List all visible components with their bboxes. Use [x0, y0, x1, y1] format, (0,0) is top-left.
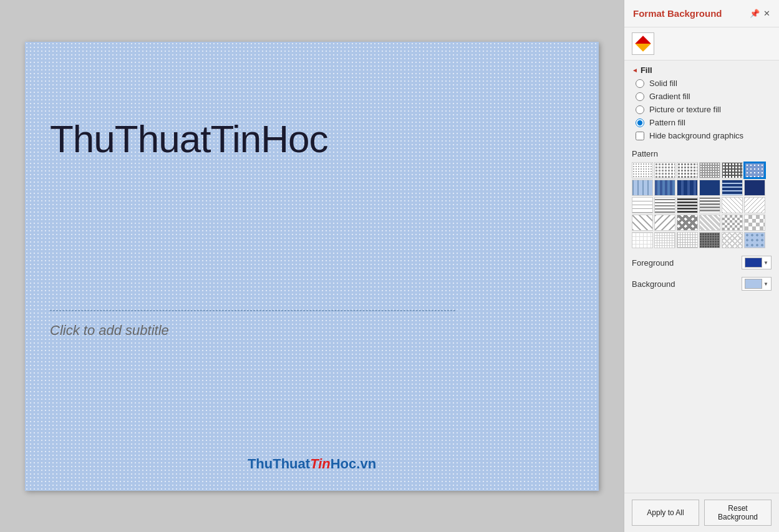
panel-content: ◄ Fill Solid fill Gradient fill Picture … — [624, 60, 779, 493]
slide-title[interactable]: ThuThuatTinHoc — [50, 117, 574, 161]
panel-toolbar — [624, 27, 779, 60]
pattern-cell-8[interactable] — [654, 180, 675, 196]
pattern-cell-14[interactable] — [654, 197, 675, 213]
solid-fill-radio[interactable] — [636, 79, 644, 88]
watermark-part4: Hoc — [331, 456, 357, 472]
slide-area: ThuThuatTinHoc Click to add subtitle Thu… — [0, 0, 624, 532]
watermark: ThuThuatTinHoc.vn — [248, 456, 376, 472]
hide-background-label: Hide background graphics — [649, 131, 743, 140]
slide[interactable]: ThuThuatTinHoc Click to add subtitle Thu… — [25, 42, 599, 491]
picture-texture-fill-radio[interactable] — [636, 105, 644, 114]
panel-title: Format Background — [633, 8, 722, 19]
close-icon[interactable]: ✕ — [763, 9, 770, 18]
background-color-picker[interactable]: ▼ — [742, 277, 772, 291]
pattern-cell-10[interactable] — [699, 180, 720, 196]
pattern-cell-21[interactable] — [677, 215, 698, 231]
pattern-cell-13[interactable] — [632, 197, 653, 213]
pattern-fill-option[interactable]: Pattern fill — [636, 118, 772, 127]
foreground-row: Foreground ▼ — [624, 251, 779, 272]
pattern-grid — [632, 162, 772, 248]
gradient-fill-label: Gradient fill — [649, 92, 690, 101]
pattern-fill-label: Pattern fill — [649, 118, 685, 127]
background-label: Background — [632, 279, 675, 289]
pattern-cell-1[interactable] — [632, 162, 653, 178]
pattern-cell-17[interactable] — [722, 197, 743, 213]
pattern-cell-25[interactable] — [632, 232, 653, 248]
watermark-part2: Thuat — [273, 456, 310, 472]
pattern-cell-30[interactable] — [744, 232, 765, 248]
pattern-cell-26[interactable] — [654, 232, 675, 248]
reset-background-button[interactable]: Reset Background — [704, 500, 772, 526]
subtitle-box — [50, 310, 455, 311]
pattern-cell-23[interactable] — [722, 215, 743, 231]
pattern-fill-radio[interactable] — [636, 118, 644, 127]
pattern-cell-9[interactable] — [677, 180, 698, 196]
pattern-cell-29[interactable] — [722, 232, 743, 248]
pattern-cell-20[interactable] — [654, 215, 675, 231]
watermark-part5: .vn — [356, 456, 376, 472]
pattern-cell-16[interactable] — [699, 197, 720, 213]
fill-icon-button[interactable] — [632, 32, 654, 55]
pattern-cell-27[interactable] — [677, 232, 698, 248]
pattern-cell-22[interactable] — [699, 215, 720, 231]
foreground-color-picker[interactable]: ▼ — [742, 256, 772, 269]
pattern-cell-19[interactable] — [632, 215, 653, 231]
background-color-swatch — [745, 279, 762, 289]
background-dropdown-arrow-icon: ▼ — [763, 281, 768, 287]
pattern-cell-28[interactable] — [699, 232, 720, 248]
picture-texture-fill-label: Picture or texture fill — [649, 105, 721, 114]
panel-footer: Apply to All Reset Background — [624, 493, 779, 532]
pattern-section: Pattern — [624, 143, 779, 251]
solid-fill-label: Solid fill — [649, 79, 677, 88]
pattern-cell-18[interactable] — [744, 197, 765, 213]
pattern-cell-2[interactable] — [654, 162, 675, 178]
format-background-panel: Format Background 📌 ✕ ◄ Fill Solid fill … — [624, 0, 779, 532]
hide-background-checkbox[interactable] — [636, 132, 644, 140]
panel-header-icons: 📌 ✕ — [750, 9, 770, 18]
gradient-fill-radio[interactable] — [636, 92, 644, 101]
subtitle-placeholder[interactable]: Click to add subtitle — [50, 322, 169, 339]
pattern-cell-15[interactable] — [677, 197, 698, 213]
fill-section-header: ◄ Fill — [624, 60, 779, 77]
solid-fill-option[interactable]: Solid fill — [636, 79, 772, 88]
pin-icon[interactable]: 📌 — [750, 9, 760, 18]
watermark-part1: Thu — [248, 456, 273, 472]
picture-texture-fill-option[interactable]: Picture or texture fill — [636, 105, 772, 114]
background-color-row: Background ▼ — [624, 272, 779, 293]
foreground-dropdown-arrow-icon: ▼ — [763, 260, 768, 266]
fill-radio-group: Solid fill Gradient fill Picture or text… — [624, 77, 779, 128]
pattern-cell-11[interactable] — [722, 180, 743, 196]
pattern-cell-24[interactable] — [744, 215, 765, 231]
pattern-label: Pattern — [632, 149, 772, 158]
section-triangle-icon: ◄ — [632, 67, 638, 74]
fill-diamond-icon — [635, 36, 651, 51]
pattern-cell-5[interactable] — [722, 162, 743, 178]
pattern-cell-7[interactable] — [632, 180, 653, 196]
apply-to-all-button[interactable]: Apply to All — [632, 500, 699, 526]
watermark-part3: Tin — [310, 456, 331, 472]
panel-header: Format Background 📌 ✕ — [624, 0, 779, 27]
pattern-cell-4[interactable] — [699, 162, 720, 178]
pattern-cell-6[interactable] — [744, 162, 765, 178]
foreground-label: Foreground — [632, 258, 674, 268]
foreground-color-swatch — [745, 258, 762, 268]
gradient-fill-option[interactable]: Gradient fill — [636, 92, 772, 101]
pattern-cell-12[interactable] — [744, 180, 765, 196]
fill-section-label: Fill — [641, 65, 652, 75]
hide-background-checkbox-label[interactable]: Hide background graphics — [624, 128, 779, 143]
pattern-cell-3[interactable] — [677, 162, 698, 178]
